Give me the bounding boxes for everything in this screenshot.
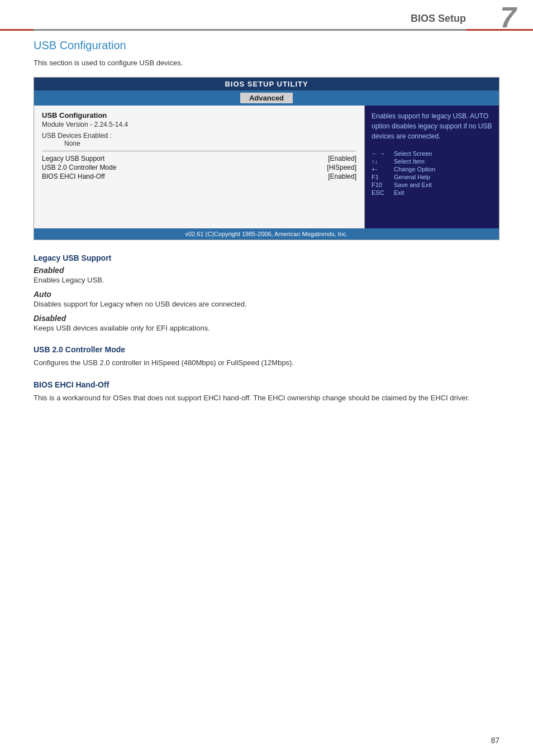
page-number: 87 [491, 736, 499, 745]
header-bar: BIOS Setup 7 [0, 0, 533, 31]
body-enabled: Enables Legacy USB. [34, 275, 499, 286]
bios-ehci-section-body: This is a workaround for OSes that does … [34, 393, 499, 404]
bios-utility-box: BIOS SETUP UTILITY Advanced USB Configur… [34, 77, 499, 240]
bios-ehci-section-title: BIOS EHCI Hand-Off [34, 380, 499, 389]
key-f10: F10 [372, 181, 389, 188]
label-auto: Auto [34, 290, 499, 299]
body-disabled: Keeps USB devices available only for EFI… [34, 323, 499, 334]
usb20-value: [HiSpeed] [327, 164, 356, 171]
key-plusminus: +- [372, 166, 389, 173]
key-arrows-lr: ← → [372, 150, 389, 157]
advanced-tab[interactable]: Advanced [240, 93, 293, 103]
usb20-controller-row[interactable]: USB 2.0 Controller Mode [HiSpeed] [42, 164, 356, 171]
usb20-section-title: USB 2.0 Controller Mode [34, 345, 499, 354]
bios-right-panel: Enables support for legacy USB. AUTO opt… [365, 106, 499, 228]
subsection-usb20: USB 2.0 Controller Mode Configures the U… [34, 345, 499, 369]
separator [42, 151, 356, 151]
key-row-esc: ESC Exit [372, 189, 492, 196]
body-auto: Disables support for Legacy when no USB … [34, 299, 499, 310]
key-esc: ESC [372, 189, 389, 196]
legacy-usb-section-title: Legacy USB Support [34, 253, 499, 262]
chapter-number: 7 [500, 3, 516, 32]
legacy-usb-value: [Enabled] [328, 155, 356, 162]
label-enabled: Enabled [34, 266, 499, 275]
bios-ehci-label: BIOS EHCI Hand-Off [42, 173, 104, 180]
devices-value: None [42, 140, 80, 147]
label-disabled: Disabled [34, 314, 499, 323]
desc-select-item: Select Item [394, 158, 425, 165]
key-row-select-item: ↑↓ Select Item [372, 158, 492, 165]
desc-save-exit: Save and Exit [394, 181, 432, 188]
desc-change-option: Change Option [394, 166, 435, 173]
devices-label: USB Devices Enabled : [42, 132, 112, 140]
legacy-usb-row[interactable]: Legacy USB Support [Enabled] [42, 155, 356, 162]
devices-label-value: USB Devices Enabled : None [42, 132, 356, 147]
key-f1: F1 [372, 174, 389, 180]
help-text: Enables support for legacy USB. AUTO opt… [372, 111, 492, 141]
page-content: USB Configuration This section is used t… [0, 0, 533, 430]
usb20-section-body: Configures the USB 2.0 controller in HiS… [34, 357, 499, 369]
bios-tab-bar: Advanced [34, 90, 499, 106]
bios-title-bar: BIOS SETUP UTILITY [34, 78, 499, 90]
bios-inner: USB Configuration Module Version - 2.24.… [34, 106, 499, 228]
desc-exit: Exit [394, 189, 404, 196]
bios-ehci-value: [Enabled] [328, 173, 356, 180]
key-table: ← → Select Screen ↑↓ Select Item +- Chan… [372, 150, 492, 196]
desc-general-help: General Help [394, 174, 430, 180]
subsection-legacy-usb: Legacy USB Support Enabled Enables Legac… [34, 253, 499, 334]
section-title: USB Configuration [34, 39, 499, 52]
key-row-change-option: +- Change Option [372, 166, 492, 173]
section-intro: This section is used to configure USB de… [34, 59, 499, 67]
subsection-bios-ehci: BIOS EHCI Hand-Off This is a workaround … [34, 380, 499, 404]
key-row-select-screen: ← → Select Screen [372, 150, 492, 157]
desc-select-screen: Select Screen [394, 150, 432, 157]
bios-setup-label: BIOS Setup [411, 13, 466, 25]
bios-footer: v02.61 (C)Copyright 1985-2006, American … [34, 228, 499, 240]
key-row-save-exit: F10 Save and Exit [372, 181, 492, 188]
bios-left-panel: USB Configuration Module Version - 2.24.… [34, 106, 365, 228]
legacy-usb-label: Legacy USB Support [42, 155, 104, 162]
usb20-label: USB 2.0 Controller Mode [42, 164, 116, 171]
key-arrows-ud: ↑↓ [372, 158, 389, 165]
module-version: Module Version - 2.24.5-14.4 [42, 121, 356, 128]
bios-ehci-row[interactable]: BIOS EHCI Hand-Off [Enabled] [42, 173, 356, 180]
key-row-general-help: F1 General Help [372, 174, 492, 180]
usb-config-title: USB Configuration [42, 111, 356, 119]
